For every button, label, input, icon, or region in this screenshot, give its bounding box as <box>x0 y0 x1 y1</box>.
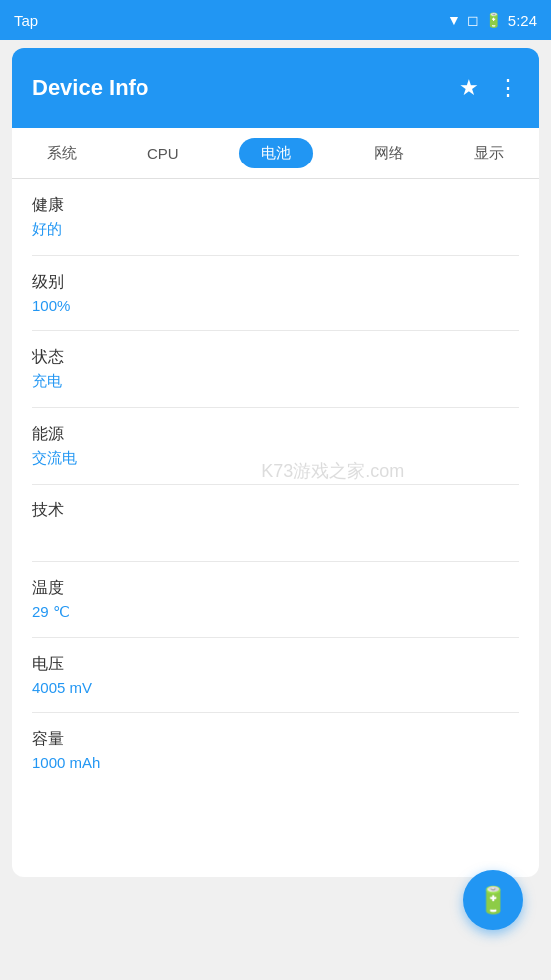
wifi-icon: ▼ <box>447 12 461 28</box>
tab-bar-inner: 系统 CPU 电池 网络 显示 <box>12 128 539 178</box>
health-value: 好的 <box>32 220 519 239</box>
battery-content: 健康 好的 级别 100% 状态 充电 能源 交流电 技术 温度 29 ℃ 电压… <box>12 179 539 877</box>
tab-display[interactable]: 显示 <box>464 144 514 163</box>
voltage-value: 4005 mV <box>32 679 519 696</box>
power-label: 能源 <box>32 424 519 445</box>
temp-value: 29 ℃ <box>32 603 519 621</box>
capacity-label: 容量 <box>32 729 519 750</box>
info-row-health: 健康 好的 <box>32 179 519 256</box>
status-bar-right: ▼ ◻ 🔋 5:24 <box>447 12 537 29</box>
tab-system[interactable]: 系统 <box>37 144 87 163</box>
info-row-temp: 温度 29 ℃ <box>32 562 519 638</box>
status-bar-time: 5:24 <box>508 12 537 29</box>
app-title: Device Info <box>32 75 148 101</box>
temp-label: 温度 <box>32 578 519 599</box>
status-label: 状态 <box>32 347 519 368</box>
power-value: 交流电 <box>32 449 519 468</box>
tab-network[interactable]: 网络 <box>364 144 413 163</box>
favorite-icon[interactable]: ★ <box>459 75 479 101</box>
menu-icon[interactable]: ⋮ <box>497 75 519 101</box>
battery-icon: 🔋 <box>485 12 502 28</box>
tab-battery[interactable]: 电池 <box>239 138 313 168</box>
fab-button[interactable]: 🔋 <box>463 870 523 930</box>
app-bar: Device Info ★ ⋮ <box>12 48 539 128</box>
info-row-voltage: 电压 4005 mV <box>32 638 519 713</box>
app-bar-actions: ★ ⋮ <box>459 75 519 101</box>
info-row-status: 状态 充电 <box>32 331 519 408</box>
capacity-value: 1000 mAh <box>32 754 519 771</box>
tech-value <box>32 525 519 545</box>
fab-icon: 🔋 <box>477 885 509 916</box>
tab-cpu[interactable]: CPU <box>138 145 189 162</box>
signal-icon: ◻ <box>467 12 479 28</box>
tab-bar: 系统 CPU 电池 网络 显示 <box>12 128 539 179</box>
info-row-capacity: 容量 1000 mAh <box>32 713 519 787</box>
voltage-label: 电压 <box>32 654 519 675</box>
level-value: 100% <box>32 297 519 314</box>
info-row-level: 级别 100% <box>32 256 519 331</box>
tech-label: 技术 <box>32 500 519 521</box>
info-row-tech: 技术 <box>32 485 519 562</box>
health-label: 健康 <box>32 195 519 216</box>
status-value: 充电 <box>32 372 519 391</box>
level-label: 级别 <box>32 272 519 293</box>
status-bar-app: Tap <box>14 12 38 29</box>
status-bar: Tap ▼ ◻ 🔋 5:24 <box>0 0 551 40</box>
info-row-power: 能源 交流电 <box>32 408 519 485</box>
